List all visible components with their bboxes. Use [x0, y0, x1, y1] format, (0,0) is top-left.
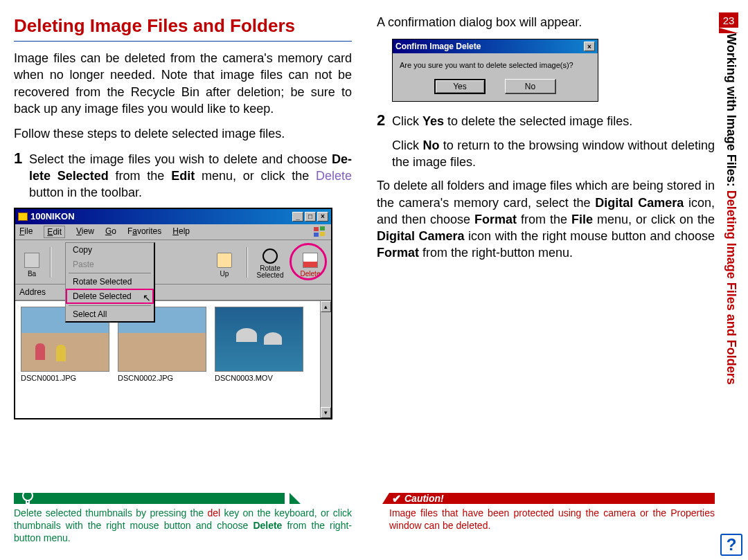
thumbnail-caption: DSCN0001.JPG	[21, 373, 111, 383]
section-tab-title: Deleting Image Files and Folders	[724, 190, 738, 385]
text: from the	[109, 169, 171, 183]
text-bold: Format	[377, 246, 419, 260]
menubar: File Edit View Go Favorites Help	[15, 224, 331, 240]
follow-para: Follow these steps to delete selected im…	[14, 125, 352, 142]
menu-help[interactable]: Help	[172, 226, 190, 238]
browser-window-figure: 100NIKON _ □ × File Edit View Go Favorit…	[14, 208, 332, 419]
window-title: 100NIKON	[30, 211, 75, 222]
caution-label: Caution!	[404, 493, 444, 504]
text-bold: Edit	[171, 169, 195, 183]
edit-menu-dropdown: Copy Paste Rotate Selected Delete Select…	[65, 242, 155, 323]
step-2: 2 Click Yes to delete the selected image…	[377, 113, 715, 170]
maximize-button[interactable]: □	[305, 212, 316, 222]
back-button[interactable]: Ba	[18, 244, 46, 280]
dialog-titlebar: Confirm Image Delete ×	[393, 39, 598, 53]
text: Select the image files you wish to delet…	[29, 152, 332, 166]
confirm-lead: A confirmation dialog box will appear.	[377, 14, 715, 30]
svg-rect-0	[314, 227, 319, 231]
text-key: del	[207, 507, 220, 518]
menu-favorites[interactable]: Favorites	[127, 226, 161, 238]
toolbar: Ba Up Rotate Selected Delete	[15, 240, 331, 284]
menu-go[interactable]: Go	[105, 226, 116, 238]
caution-note: Image files that have been protected usi…	[389, 507, 715, 532]
text-bold: Yes	[422, 114, 444, 128]
text: Click	[392, 114, 422, 128]
label: Up	[220, 269, 229, 279]
text-bold: Format	[474, 213, 517, 226]
text-bold: Delete	[253, 520, 282, 531]
right-column: A confirmation dialog box will appear. C…	[377, 14, 715, 485]
text: to return to the browsing window without…	[392, 138, 715, 169]
svg-point-4	[23, 491, 33, 500]
label: Ba	[28, 269, 36, 279]
thumbnail-caption: DSCN0003.MOV	[215, 373, 305, 383]
folder-icon	[18, 213, 28, 221]
page-title: Deleting Image Files and Folders	[14, 14, 352, 42]
dialog-title: Confirm Image Delete	[395, 41, 481, 52]
section-tab-prefix: Working with Image Files:	[724, 33, 738, 190]
rotate-button[interactable]: Rotate Selected	[252, 244, 288, 280]
menu-view[interactable]: View	[76, 226, 94, 238]
thumbnail[interactable]: DSCN0003.MOV	[215, 307, 305, 413]
text-bold: File	[571, 213, 593, 226]
tip-bar	[14, 493, 332, 504]
confirm-dialog-figure: Confirm Image Delete × Are you sure you …	[392, 39, 598, 102]
scroll-up-icon[interactable]: ▴	[321, 301, 331, 312]
text: button in the toolbar.	[29, 186, 142, 199]
check-icon: ✔	[392, 492, 403, 503]
titlebar: 100NIKON _ □ ×	[15, 209, 331, 224]
help-icon[interactable]: ?	[720, 534, 742, 556]
thumbnail-area: DSCN0001.JPG DSCN0002.JPG DSCN0003.MOV ▴…	[15, 300, 331, 418]
close-button[interactable]: ×	[584, 42, 595, 51]
left-column: Deleting Image Files and Folders Image f…	[14, 14, 352, 485]
label: Addres	[19, 287, 46, 298]
section-tab: Working with Image Files: Deleting Image…	[719, 33, 738, 476]
step-1: 1 Select the image files you wish to del…	[14, 151, 352, 201]
menu-item-select-all[interactable]: Select All	[66, 307, 154, 321]
svg-rect-3	[320, 232, 325, 236]
scroll-down-icon[interactable]: ▾	[321, 407, 331, 418]
address-bar: Addres	[15, 284, 331, 300]
cursor-icon: ↖	[143, 291, 151, 305]
minimize-button[interactable]: _	[292, 212, 303, 222]
svg-rect-2	[314, 233, 319, 237]
intro-para: Image files can be deleted from the came…	[14, 50, 352, 117]
menu-item-paste: Paste	[66, 258, 154, 271]
bulb-icon	[19, 489, 36, 505]
menu-edit[interactable]: Edit	[44, 226, 65, 238]
text: Click	[392, 138, 422, 152]
menu-item-delete-selected[interactable]: Delete Selected↖	[66, 289, 154, 304]
thumbnail-image	[215, 307, 303, 372]
text: to delete the selected image files.	[444, 114, 632, 128]
up-button[interactable]: Up	[206, 244, 242, 280]
close-button[interactable]: ×	[317, 212, 328, 222]
text-bold: Digital Camera	[595, 196, 684, 210]
text-bold: Digital Camera	[377, 229, 465, 243]
svg-rect-1	[320, 226, 325, 231]
thumbnail-caption: DSCN0002.JPG	[118, 373, 208, 383]
step-number: 1	[14, 151, 24, 201]
tip-note: Delete selected thumbnails by pressing t…	[14, 507, 352, 545]
label: Delete	[301, 269, 321, 279]
delete-button[interactable]: Delete	[292, 244, 328, 280]
menu-file[interactable]: File	[19, 226, 33, 238]
text: menu, or click the	[195, 169, 316, 183]
scrollbar[interactable]: ▴ ▾	[320, 301, 331, 418]
text: icon with the right mouse button and cho…	[465, 229, 715, 243]
text: from the	[517, 213, 571, 226]
label: Rotate Selected	[252, 265, 288, 279]
format-para: To delete all folders and image files wh…	[377, 177, 715, 261]
menu-item-copy[interactable]: Copy	[66, 243, 154, 257]
text: Delete selected thumbnails by pressing t…	[14, 507, 207, 518]
yes-button[interactable]: Yes	[434, 79, 486, 94]
no-button[interactable]: No	[505, 79, 556, 94]
text: from the right-button menu.	[419, 246, 573, 260]
step-number: 2	[377, 113, 386, 170]
windows-logo-icon	[313, 226, 327, 238]
caution-bar: Caution!	[389, 493, 715, 504]
text-link: Delete	[316, 169, 352, 183]
text: menu, or click on the	[593, 213, 715, 226]
text-bold: No	[422, 138, 439, 152]
page-number: 23	[719, 12, 738, 28]
menu-item-rotate-selected[interactable]: Rotate Selected	[66, 275, 154, 289]
